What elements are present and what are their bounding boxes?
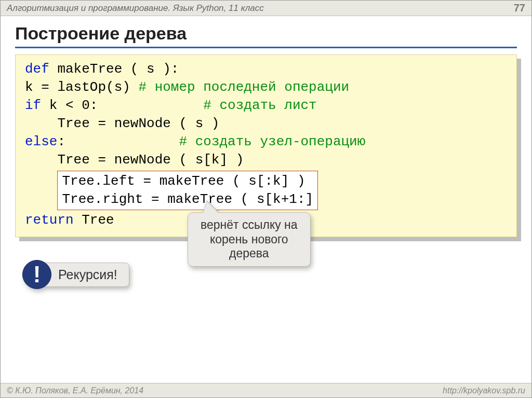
code-line-4: Tree = newNode ( s ) bbox=[25, 115, 507, 133]
callout-line-1: вернёт ссылку на bbox=[201, 218, 298, 232]
code-line-1: def makeTree ( s ): bbox=[25, 60, 507, 78]
callout-box: вернёт ссылку на корень нового дерева bbox=[188, 212, 311, 267]
code-line-3: if k < 0: # создать лист bbox=[25, 97, 507, 115]
course-title: Алгоритмизация и программирование. Язык … bbox=[7, 3, 264, 13]
comment-3: # создать узел-операцию bbox=[179, 134, 365, 149]
exclamation-icon: ! bbox=[22, 260, 51, 289]
kw-if: if bbox=[25, 98, 41, 113]
footer-right: http://kpolyakov.spb.ru bbox=[443, 386, 525, 395]
footer: © К.Ю. Поляков, Е.А. Ерёмин, 2014 http:/… bbox=[1, 383, 531, 397]
code-block: def makeTree ( s ): k = lastOp(s) # номе… bbox=[15, 54, 517, 237]
code-box: def makeTree ( s ): k = lastOp(s) # номе… bbox=[15, 54, 517, 237]
kw-return: return bbox=[25, 212, 74, 228]
badge-label: Рекурсия! bbox=[42, 263, 129, 287]
title-underline bbox=[15, 47, 517, 48]
slide: Алгоритмизация и программирование. Язык … bbox=[0, 0, 532, 398]
callout-line-3: дерева bbox=[201, 246, 298, 261]
code-line-6: Tree = newNode ( s[k] ) bbox=[25, 151, 507, 169]
kw-def: def bbox=[25, 61, 49, 77]
callout-line-2: корень нового bbox=[201, 232, 298, 247]
callout: вернёт ссылку на корень нового дерева bbox=[188, 212, 311, 267]
topbar: Алгоритмизация и программирование. Язык … bbox=[1, 1, 531, 16]
kw-else: else bbox=[25, 134, 57, 149]
page-number: 77 bbox=[514, 2, 525, 14]
code-line-8: Tree.right = makeTree ( s[k+1:] bbox=[62, 191, 313, 207]
footer-left: © К.Ю. Поляков, Е.А. Ерёмин, 2014 bbox=[7, 386, 143, 395]
recursive-calls: Tree.left = makeTree ( s[:k] )Tree.right… bbox=[25, 170, 507, 211]
code-line-7: Tree.left = makeTree ( s[:k] ) bbox=[62, 173, 305, 189]
code-line-5: else: # создать узел-операцию bbox=[25, 133, 507, 151]
comment-2: # создать лист bbox=[203, 98, 316, 113]
slide-title: Построение дерева bbox=[1, 16, 531, 47]
recursion-badge: ! Рекурсия! bbox=[22, 260, 129, 289]
comment-1: # номер последней операции bbox=[138, 79, 349, 95]
code-line-2: k = lastOp(s) # номер последней операции bbox=[25, 78, 507, 97]
highlight-box: Tree.left = makeTree ( s[:k] )Tree.right… bbox=[57, 171, 318, 210]
